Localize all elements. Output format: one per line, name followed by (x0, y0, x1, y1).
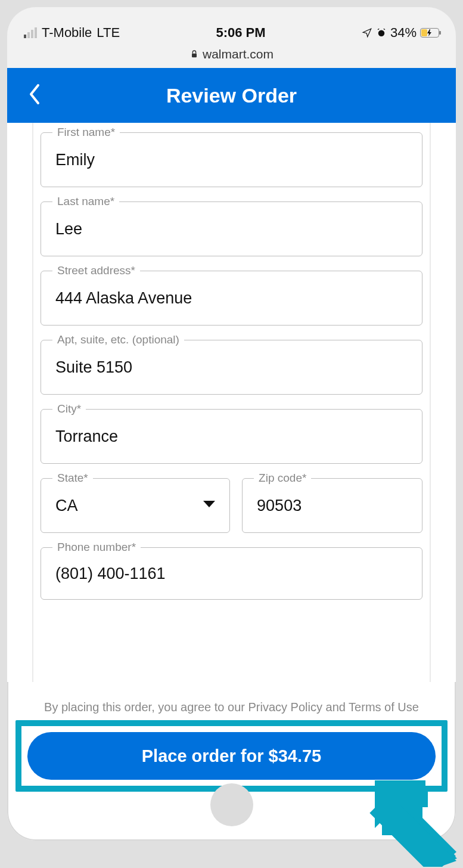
state-field: State* (41, 478, 230, 533)
status-bar: T-Mobile LTE 5:06 PM 34% (7, 7, 456, 44)
phone-field: Phone number* (41, 547, 422, 600)
city-label: City* (52, 402, 86, 416)
network-label: LTE (97, 25, 120, 41)
phone-label: Phone number* (52, 541, 141, 554)
carrier-label: T-Mobile (42, 25, 92, 41)
last-name-input[interactable] (41, 202, 422, 256)
status-time: 5:06 PM (216, 25, 265, 41)
url-text: walmart.com (203, 47, 274, 61)
street-address-field: Street address* (41, 271, 422, 326)
city-field: City* (41, 409, 422, 464)
page-title: Review Order (166, 84, 297, 107)
city-input[interactable] (41, 409, 422, 464)
phone-input[interactable] (41, 547, 422, 600)
location-arrow-icon (362, 27, 372, 38)
place-order-button[interactable]: Place order for $34.75 (27, 732, 436, 780)
last-name-field: Last name* (41, 202, 422, 256)
signal-bars-icon (24, 27, 37, 38)
footer-area: By placing this order, you agree to our … (7, 697, 456, 792)
svg-point-0 (378, 30, 385, 37)
status-left: T-Mobile LTE (24, 25, 120, 41)
page-header: Review Order (7, 68, 456, 123)
svg-rect-1 (192, 54, 197, 58)
alarm-icon (376, 27, 387, 38)
back-button[interactable] (27, 83, 42, 108)
phone-frame: T-Mobile LTE 5:06 PM 34% walmart.com Rev… (7, 7, 456, 841)
apt-label: Apt, suite, etc. (optional) (52, 333, 184, 346)
last-name-label: Last name* (52, 195, 119, 208)
state-select[interactable] (41, 478, 230, 533)
state-label: State* (52, 472, 93, 485)
chevron-left-icon (27, 83, 42, 106)
street-address-input[interactable] (41, 271, 422, 326)
zip-input[interactable] (242, 478, 422, 533)
browser-url-bar[interactable]: walmart.com (7, 44, 456, 68)
first-name-field: First name* (41, 132, 422, 187)
home-button[interactable] (210, 783, 253, 826)
lock-icon (189, 49, 199, 59)
battery-percent: 34% (390, 25, 417, 41)
apt-field: Apt, suite, etc. (optional) (41, 340, 422, 395)
charging-bolt-icon (427, 29, 433, 36)
cta-highlight-box: Place order for $34.75 (15, 720, 448, 792)
status-right: 34% (362, 25, 439, 41)
first-name-input[interactable] (41, 132, 422, 187)
first-name-label: First name* (52, 126, 120, 139)
form-content: First name* Last name* Street address* A… (7, 123, 456, 682)
apt-input[interactable] (41, 340, 422, 395)
street-address-label: Street address* (52, 264, 140, 277)
zip-label: Zip code* (254, 472, 311, 485)
terms-text: By placing this order, you agree to our … (15, 697, 448, 720)
battery-icon (420, 28, 439, 38)
zip-field: Zip code* (242, 478, 422, 533)
